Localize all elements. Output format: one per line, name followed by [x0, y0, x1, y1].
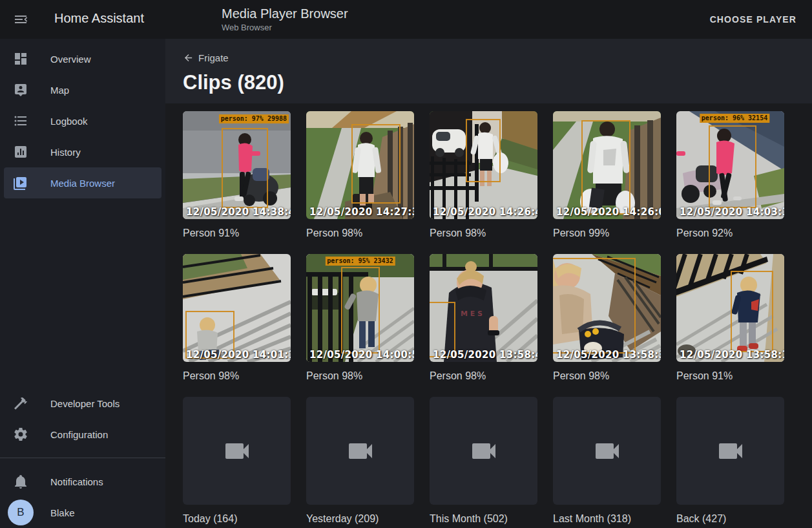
play-box-multiple-icon	[13, 175, 28, 191]
list-icon	[13, 113, 28, 129]
clip-caption: Person 98%	[553, 368, 661, 384]
clip-card[interactable]: 12/05/2020 14:01:14 Person 98%	[183, 254, 291, 384]
sidebar-item-user-profile[interactable]: B Blake	[4, 497, 161, 528]
video-icon	[345, 436, 376, 467]
sidebar-spacer	[0, 198, 165, 388]
clip-card[interactable]: M E S 12/05/2020 13:58:49 Person 98%	[430, 254, 537, 384]
media-grid-container: person: 97% 29988 12/05/2020 14:38:47 Pe…	[165, 103, 812, 528]
clip-caption: Person 92%	[676, 225, 784, 241]
sidebar-item-media-browser[interactable]: Media Browser	[4, 167, 161, 198]
clip-card[interactable]: 12/05/2020 14:26:48 Person 98%	[430, 111, 537, 241]
chart-box-icon	[13, 144, 28, 160]
clip-thumbnail: person: 97% 29988 12/05/2020 14:38:47	[183, 111, 291, 219]
sidebar-divider	[0, 458, 165, 458]
menu-open-icon	[13, 12, 28, 27]
detection-bbox	[709, 125, 756, 208]
sidebar-item-overview[interactable]: Overview	[4, 43, 161, 74]
breadcrumb-label: Frigate	[198, 52, 229, 63]
folder-label: Back (427)	[676, 511, 784, 527]
folder-tile	[553, 397, 661, 505]
choose-player-button[interactable]: CHOOSE PLAYER	[705, 12, 802, 27]
sidebar-item-notifications[interactable]: Notifications	[4, 466, 161, 497]
user-name: Blake	[50, 507, 75, 518]
folder-card-yesterday[interactable]: Yesterday (209)	[306, 397, 414, 527]
sidebar-item-label: Configuration	[50, 429, 108, 440]
clip-thumbnail: 12/05/2020 13:58:17	[676, 254, 784, 362]
page-header: Media Player Browser Web Browser	[222, 6, 348, 32]
sidebar-item-logbook[interactable]: Logbook	[4, 105, 161, 136]
svg-text:M E S: M E S	[461, 310, 483, 318]
detection-bbox	[581, 120, 630, 215]
sidebar-item-map[interactable]: Map	[4, 74, 161, 105]
clip-card[interactable]: person: 95% 23432 12/05/2020 14:00:52 Pe…	[306, 254, 414, 384]
detection-bbox	[351, 124, 401, 204]
sidebar-item-label: History	[50, 147, 81, 158]
folder-card-this-month[interactable]: This Month (502)	[430, 397, 537, 527]
clip-timestamp: 12/05/2020 14:27:35	[309, 206, 414, 218]
clip-caption: Person 99%	[553, 225, 661, 241]
gear-icon	[13, 427, 28, 442]
sidebar-item-developer-tools[interactable]: Developer Tools	[4, 388, 161, 419]
clip-caption: Person 91%	[183, 225, 291, 241]
clip-thumbnail: 12/05/2020 14:01:14	[183, 254, 291, 362]
top-app-bar: Home Assistant Media Player Browser Web …	[0, 0, 812, 39]
folder-card-last-month[interactable]: Last Month (318)	[553, 397, 661, 527]
breadcrumb-back-frigate[interactable]: Frigate	[183, 52, 229, 63]
folder-label: Yesterday (209)	[306, 511, 414, 527]
sidebar-toggle-button[interactable]	[12, 10, 30, 28]
clip-thumbnail: 12/05/2020 14:26:48	[430, 111, 537, 219]
clip-thumbnail: M E S 12/05/2020 13:58:49	[430, 254, 537, 362]
clip-caption: Person 91%	[676, 368, 784, 384]
folder-label: Last Month (318)	[553, 511, 661, 527]
clip-thumbnail: person: 95% 23432 12/05/2020 14:00:52	[306, 254, 414, 362]
folder-label: This Month (502)	[430, 511, 537, 527]
detection-label: person: 96% 32154	[700, 114, 769, 123]
clip-caption: Person 98%	[430, 368, 537, 384]
avatar: B	[8, 500, 34, 525]
clip-card[interactable]: person: 96% 32154 12/05/2020 14:03:17 Pe…	[676, 111, 784, 241]
detection-bbox	[466, 119, 501, 182]
sidebar-item-configuration[interactable]: Configuration	[4, 419, 161, 450]
folder-tile	[430, 397, 537, 505]
clip-thumbnail: 12/05/2020 14:27:35	[306, 111, 414, 219]
folder-tile	[676, 397, 784, 505]
hammer-icon	[13, 396, 28, 411]
account-map-icon	[13, 82, 28, 98]
clip-card[interactable]: 12/05/2020 13:58:17 Person 91%	[676, 254, 784, 384]
clip-caption: Person 98%	[306, 225, 414, 241]
sidebar-item-history[interactable]: History	[4, 136, 161, 167]
clip-timestamp: 12/05/2020 14:26:07	[556, 206, 661, 218]
folder-card-today[interactable]: Today (164)	[183, 397, 291, 527]
clip-timestamp: 12/05/2020 13:58:17	[680, 349, 784, 361]
clip-card[interactable]: 12/05/2020 13:58:30 Person 98%	[553, 254, 661, 384]
app-title: Home Assistant	[54, 11, 144, 26]
video-icon	[468, 436, 499, 467]
sidebar-item-label: Logbook	[50, 116, 88, 127]
clip-card[interactable]: 12/05/2020 14:27:35 Person 98%	[306, 111, 414, 241]
section-title: Clips (820)	[183, 71, 812, 94]
video-icon	[592, 436, 623, 467]
page-subtitle: Web Browser	[222, 23, 348, 32]
folder-tile	[183, 397, 291, 505]
detection-bbox	[222, 128, 268, 208]
clip-caption: Person 98%	[430, 225, 537, 241]
detection-bbox	[553, 258, 636, 354]
clip-card[interactable]: 12/05/2020 14:26:07 Person 99%	[553, 111, 661, 241]
clip-card[interactable]: person: 97% 29988 12/05/2020 14:38:47 Pe…	[183, 111, 291, 241]
detection-label: person: 97% 29988	[219, 114, 289, 123]
sidebar: Overview Map Logbook History Media Brows…	[0, 39, 165, 528]
sidebar-item-label: Map	[50, 85, 69, 96]
clip-timestamp: 12/05/2020 14:38:47	[186, 206, 291, 218]
media-browser-header: Frigate Clips (820)	[165, 39, 812, 103]
bell-icon	[13, 474, 28, 489]
folder-label: Today (164)	[183, 511, 291, 527]
clip-thumbnail: 12/05/2020 13:58:30	[553, 254, 661, 362]
clips-grid: person: 97% 29988 12/05/2020 14:38:47 Pe…	[183, 111, 812, 527]
clip-timestamp: 12/05/2020 14:01:14	[186, 349, 291, 361]
arrow-left-icon	[183, 52, 194, 63]
sidebar-item-label: Media Browser	[50, 178, 115, 189]
video-icon	[715, 436, 746, 467]
clip-timestamp: 12/05/2020 13:58:49	[433, 349, 537, 361]
folder-card-back[interactable]: Back (427)	[676, 397, 784, 527]
clip-thumbnail: person: 96% 32154 12/05/2020 14:03:17	[676, 111, 784, 219]
